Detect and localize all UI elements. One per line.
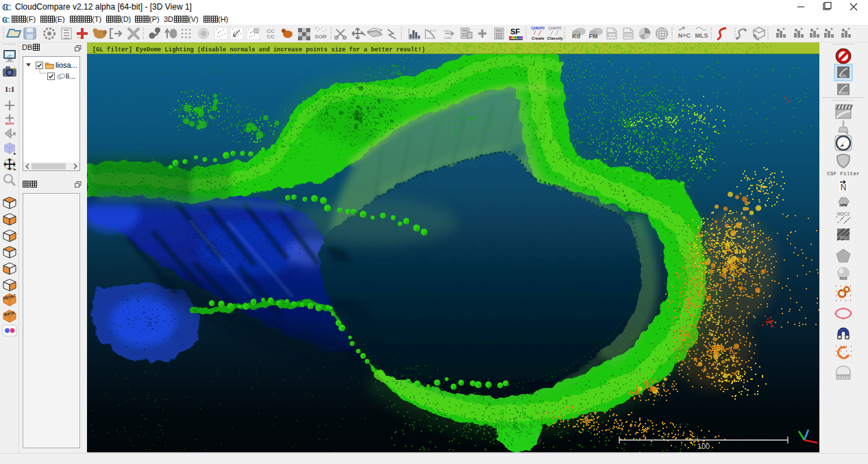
svg-text:BIN: BIN	[608, 33, 615, 37]
svg-text:M3C2: M3C2	[837, 211, 850, 216]
svg-text:N: N	[841, 183, 847, 192]
svg-text:RGB: RGB	[839, 276, 847, 281]
svg-text:Create: Create	[532, 36, 545, 40]
svg-text:N+C: N+C	[678, 32, 691, 39]
svg-text:PCV: PCV	[840, 235, 847, 240]
svg-text:max: max	[444, 36, 451, 40]
svg-text:FM: FM	[589, 33, 598, 40]
svg-text:CSV: CSV	[624, 33, 632, 37]
svg-text:CANUPO: CANUPO	[531, 27, 545, 30]
svg-text:auto: auto	[5, 121, 14, 125]
svg-text:1:1: 1:1	[5, 85, 15, 93]
svg-text:CC: CC	[266, 34, 275, 40]
svg-text:EDL: EDL	[840, 74, 847, 78]
svg-text:Classify: Classify	[547, 36, 563, 40]
svg-text:CANUPO: CANUPO	[548, 27, 562, 30]
svg-text:SSAO: SSAO	[839, 91, 848, 95]
svg-text:[GL filter] EyeDome Lighting (: [GL filter] EyeDome Lighting (disable no…	[92, 47, 425, 53]
svg-text:μ,σ: μ,σ	[430, 28, 436, 32]
svg-text:SOR: SOR	[314, 34, 327, 40]
svg-text:SF: SF	[510, 27, 520, 36]
svg-text:Kd: Kd	[572, 33, 580, 40]
svg-text:CSF Filter: CSF Filter	[827, 170, 860, 177]
svg-text:min: min	[444, 29, 451, 33]
svg-text:HPR: HPR	[839, 203, 847, 207]
svg-text:MLS: MLS	[695, 32, 708, 39]
svg-text:100: 100	[697, 442, 710, 450]
